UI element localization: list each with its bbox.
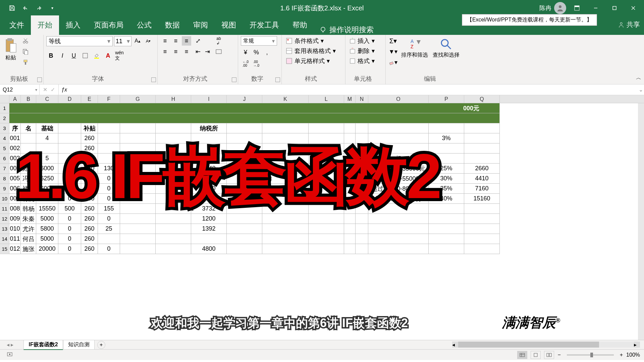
font-name-select[interactable]: 等线▾ (46, 36, 113, 46)
tab-layout[interactable]: 页面布局 (87, 15, 130, 35)
zoom-out-button[interactable]: − (557, 352, 560, 358)
sheet-nav[interactable]: ◂ ▸ (7, 342, 13, 348)
clipboard-dialog-launcher[interactable] (37, 77, 42, 82)
col-header[interactable]: A (9, 95, 21, 103)
phonetic-button[interactable]: wén文 (115, 51, 124, 60)
table-cell[interactable]: 0 (98, 244, 120, 254)
row-header[interactable]: 4 (0, 133, 9, 143)
dec-decimal[interactable]: .00→.0 (252, 59, 261, 68)
row-header[interactable]: 3 (0, 123, 9, 133)
row-header[interactable]: 12 (0, 214, 9, 224)
shrink-font-button[interactable]: A▾ (144, 36, 153, 46)
conditional-format-button[interactable]: 条件格式▾ (284, 36, 342, 46)
table-cell[interactable]: 260 (81, 224, 98, 234)
bold-button[interactable]: B (46, 51, 56, 60)
table-cell[interactable]: 4410 (464, 174, 500, 184)
merge-button[interactable] (214, 47, 223, 56)
insert-cells-button[interactable]: +插入▾ (348, 36, 383, 46)
table-cell[interactable]: 260 (81, 244, 98, 254)
minimize-button[interactable] (588, 1, 604, 15)
table-cell[interactable] (368, 234, 429, 244)
table-cell[interactable] (344, 244, 356, 254)
table-cell[interactable]: 何吕 (21, 234, 36, 244)
table-cell[interactable] (464, 204, 500, 214)
table-cell[interactable] (356, 224, 368, 234)
row-header[interactable]: 11 (0, 204, 9, 214)
col-header[interactable]: B (21, 95, 36, 103)
fill-color-button[interactable] (92, 51, 101, 60)
zoom-in-button[interactable]: + (620, 352, 623, 358)
table-cell[interactable]: 施张 (21, 244, 36, 254)
table-cell[interactable] (429, 234, 464, 244)
col-header[interactable]: F (98, 95, 120, 103)
col-header[interactable]: E (81, 95, 98, 103)
avatar[interactable] (554, 2, 566, 14)
sheet-tab-2[interactable]: 知识自测 (63, 340, 95, 350)
table-cell[interactable]: 1392 (191, 224, 227, 234)
page-layout-view-button[interactable] (531, 351, 541, 359)
col-header[interactable]: I (191, 95, 227, 103)
col-header[interactable]: G (120, 95, 156, 103)
row-header[interactable]: 15 (0, 244, 9, 254)
autosum-button[interactable]: Σ▾ (388, 36, 398, 46)
col-header[interactable]: H (156, 95, 191, 103)
qat-customize[interactable]: ▾ (47, 3, 58, 13)
copy-button[interactable] (21, 47, 30, 56)
table-cell[interactable]: 20000 (36, 244, 58, 254)
cell-styles-button[interactable]: 单元格样式▾ (284, 56, 342, 66)
number-format-select[interactable]: 常规▾ (241, 36, 277, 46)
table-cell[interactable] (356, 244, 368, 254)
tell-me-search[interactable]: 操作说明搜索 (314, 25, 379, 35)
row-header[interactable]: 13 (0, 224, 9, 234)
table-cell[interactable] (120, 224, 156, 234)
normal-view-button[interactable] (517, 351, 527, 359)
zoom-slider[interactable] (567, 354, 614, 356)
orientation-button[interactable]: ⤢ (193, 36, 203, 46)
expand-formula-bar[interactable]: ⌄ (637, 84, 644, 95)
table-cell[interactable] (464, 214, 500, 224)
redo-button[interactable] (34, 3, 44, 13)
col-header[interactable]: K (262, 95, 309, 103)
table-cell[interactable]: 0 (58, 234, 81, 244)
sort-filter-button[interactable]: AZ 排序和筛选 (400, 36, 429, 60)
align-top[interactable]: ≡ (160, 36, 170, 46)
cancel-formula-button[interactable]: ✕ (43, 86, 47, 93)
table-cell[interactable] (464, 234, 500, 244)
table-cell[interactable] (344, 234, 356, 244)
col-header[interactable]: M (344, 95, 356, 103)
table-cell[interactable]: 012 (9, 244, 21, 254)
col-header[interactable]: O (368, 95, 429, 103)
table-cell[interactable]: 0 (58, 244, 81, 254)
align-left[interactable]: ≡ (160, 47, 170, 56)
table-cell[interactable] (156, 244, 191, 254)
col-header[interactable]: J (227, 95, 262, 103)
currency-button[interactable]: ¥ (241, 48, 250, 57)
name-box[interactable]: Q12 (0, 84, 40, 95)
col-header[interactable]: L (309, 95, 344, 103)
share-button[interactable]: 共享 (618, 20, 640, 29)
underline-button[interactable]: U (69, 51, 78, 60)
format-painter-button[interactable] (21, 58, 30, 67)
grow-font-button[interactable]: A▴ (133, 36, 142, 46)
table-cell[interactable] (156, 234, 191, 244)
tab-file[interactable]: 文件 (3, 15, 31, 35)
tab-data[interactable]: 数据 (158, 15, 186, 35)
table-cell[interactable] (344, 224, 356, 234)
col-header[interactable]: Q (464, 95, 500, 103)
table-format-button[interactable]: 套用表格格式▾ (284, 46, 342, 56)
undo-button[interactable] (20, 3, 31, 13)
percent-button[interactable]: % (252, 48, 261, 57)
table-cell[interactable] (464, 244, 500, 254)
row-header[interactable]: 6 (0, 154, 9, 164)
table-cell[interactable]: 15160 (464, 194, 500, 204)
table-cell[interactable] (262, 244, 309, 254)
row-header[interactable]: 2 (0, 113, 9, 123)
tab-view[interactable]: 视图 (215, 15, 243, 35)
table-cell[interactable]: 7160 (464, 184, 500, 194)
align-right[interactable]: ≡ (182, 47, 191, 56)
font-dialog-launcher[interactable] (151, 77, 156, 82)
table-cell[interactable] (429, 224, 464, 234)
table-cell[interactable]: 4800 (191, 244, 227, 254)
table-cell[interactable] (429, 244, 464, 254)
align-bottom[interactable]: ≡ (182, 36, 191, 46)
